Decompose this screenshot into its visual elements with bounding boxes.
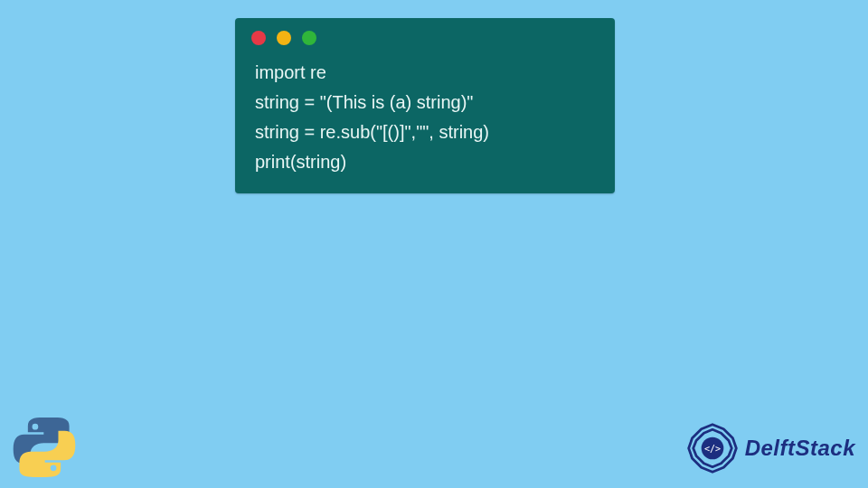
svg-text:</>: </> bbox=[704, 444, 721, 454]
close-icon bbox=[251, 31, 266, 45]
minimize-icon bbox=[277, 31, 291, 45]
delftstack-logo-icon: </> bbox=[687, 423, 738, 474]
code-block: import re string = "(This is (a) string)… bbox=[235, 51, 615, 177]
code-line: string = "(This is (a) string)" bbox=[255, 88, 595, 117]
slide-canvas: import re string = "(This is (a) string)… bbox=[0, 0, 868, 488]
brand-badge: </> DelftStack bbox=[687, 423, 855, 474]
code-snippet-card: import re string = "(This is (a) string)… bbox=[235, 18, 615, 193]
maximize-icon bbox=[302, 31, 316, 45]
code-line: import re bbox=[255, 58, 595, 88]
window-traffic-lights bbox=[235, 18, 615, 51]
code-line: string = re.sub("[()]","", string) bbox=[255, 117, 595, 147]
python-logo-icon bbox=[11, 414, 78, 481]
code-line: print(string) bbox=[255, 147, 595, 177]
brand-name: DelftStack bbox=[745, 436, 855, 461]
